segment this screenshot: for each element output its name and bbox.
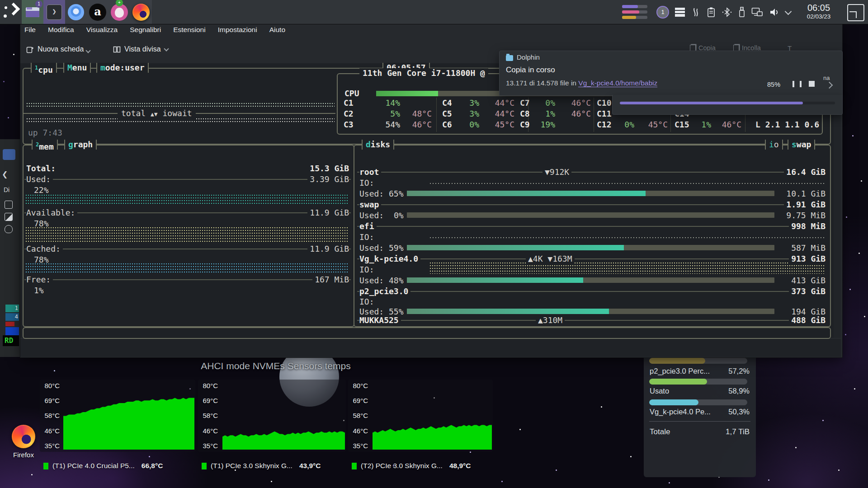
popup-destination-link[interactable]: Vg_k-pcie4.0/home/babiz <box>578 79 657 87</box>
cpu-graph-divider-label[interactable]: total ▲▼ iowait <box>118 108 196 119</box>
menu-visualizza[interactable]: Visualizza <box>86 26 118 34</box>
bg-block-teal: 1 <box>5 305 19 312</box>
background-window-sliver: ❮ Di 1 4 <box>0 139 20 357</box>
ytick: 58°C <box>199 412 218 419</box>
clipboard-icon[interactable] <box>707 7 716 18</box>
split-view-button[interactable]: Vista divisa <box>113 45 168 53</box>
mem-available-value: 11.9 GiB <box>271 208 349 218</box>
btop-cpu-tab[interactable]: 1cpu <box>31 63 57 73</box>
taskbar-mkvtoolnix[interactable]: + <box>108 0 130 24</box>
tray-bar-track <box>622 5 647 8</box>
tray-bar-track <box>622 10 647 14</box>
taskbar-dolphin[interactable]: 1 <box>22 0 43 24</box>
btop-mode-button[interactable]: mode:user <box>96 63 149 73</box>
panel-clock[interactable]: 06:05 02/03/23 <box>797 2 840 20</box>
io-hotkey: i <box>769 140 774 149</box>
legend-value: 43,9°C <box>299 462 321 470</box>
firefox-desktop-shortcut[interactable]: Firefox <box>5 425 42 462</box>
top-panel: 1 ❯ a + <box>0 0 868 24</box>
widget-label: Usato <box>650 387 669 395</box>
ytick: 46°C <box>199 427 218 435</box>
ytick: 35°C <box>41 442 60 450</box>
disk-used-label: Used: 59% <box>359 243 404 253</box>
btop-io-tab[interactable]: io <box>765 140 783 150</box>
secondary-progress-fill <box>620 102 803 104</box>
btop-disks-tab[interactable]: disks <box>362 140 394 150</box>
core-id: C1 <box>344 98 354 108</box>
disk-io-rate: ▼912K <box>542 167 571 177</box>
notification-popup-secondary[interactable] <box>612 95 843 115</box>
mem-available-pct: 78% <box>34 219 49 229</box>
taskbar-a-app[interactable]: a <box>87 0 108 24</box>
popup-next-chevron[interactable] <box>826 82 833 89</box>
bg-window-text: Di <box>4 186 9 193</box>
ytick: 69°C <box>41 397 60 404</box>
pause-button[interactable] <box>793 81 802 87</box>
display-connect-icon[interactable] <box>751 7 763 18</box>
new-tab-button[interactable]: Nuova scheda <box>26 45 90 53</box>
widget-total-label: Totale <box>650 427 670 436</box>
widget-bar-p2 <box>649 358 705 364</box>
btop-menu-button[interactable]: Menu <box>63 63 91 73</box>
widget-value: 50,3% <box>728 408 750 416</box>
tray-expand-chevron-icon[interactable] <box>785 8 792 15</box>
volume-icon[interactable] <box>769 7 780 18</box>
new-tab-dropdown-chevron <box>86 48 91 53</box>
disk-size: 373 GiB <box>746 286 826 296</box>
widget-bar-track <box>649 379 747 385</box>
app-launcher-icon[interactable] <box>3 4 21 21</box>
mem-cached-label: Cached: <box>26 244 63 254</box>
usb-device-icon[interactable] <box>738 6 745 18</box>
core-temp: 46°C <box>710 120 741 130</box>
menu-impostazioni[interactable]: Impostazioni <box>218 26 257 34</box>
ytick: 80°C <box>349 382 368 389</box>
widget-row-usato: Usato 58,9% <box>650 387 750 395</box>
mem-available-label: Available: <box>26 208 77 218</box>
graph-hotkey: g <box>68 140 73 149</box>
core-pct: 19% <box>524 120 555 130</box>
tray-monitor-bars-widget[interactable] <box>622 5 648 19</box>
a-app-icon: a <box>89 4 106 21</box>
ytick: 80°C <box>41 382 60 389</box>
menu-segnalibri[interactable]: Segnalibri <box>130 26 161 34</box>
btop-swap-tab[interactable]: swap <box>788 140 815 150</box>
disk-io-label: IO: <box>359 297 374 307</box>
flame-icon[interactable] <box>691 7 701 17</box>
disk-used-label: Used: 65% <box>359 189 404 199</box>
popup-app-name: Dolphin <box>517 53 540 61</box>
disk-size: 16.4 GiB <box>746 167 826 177</box>
menu-file[interactable]: File <box>24 26 36 34</box>
bluetooth-icon[interactable] <box>722 7 732 18</box>
core-pct: 14% <box>368 98 400 108</box>
taskbar-konsole[interactable]: ❯ <box>43 0 65 24</box>
tray-bar-yellow <box>622 16 636 19</box>
disk-used-size: 10.1 GiB <box>746 189 826 199</box>
core-temp: 45°C <box>636 120 668 130</box>
stop-button[interactable] <box>809 81 815 87</box>
back-chevron-icon[interactable]: ❮ <box>2 170 8 178</box>
bg-icon <box>5 213 13 221</box>
popup-body: 13.171 di 14.578 file in Vg_k-pcie4.0/ho… <box>506 79 657 87</box>
mem-available-graph <box>25 227 348 242</box>
show-desktop-button[interactable] <box>847 4 864 21</box>
widget-bar-vgk <box>649 399 698 405</box>
btop-net-box <box>23 327 831 339</box>
firewall-icon[interactable] <box>675 8 685 17</box>
menu-aiuto[interactable]: Aiuto <box>269 26 285 34</box>
disk-name: swap <box>359 200 381 210</box>
btop-graph-tab[interactable]: graph <box>64 140 97 150</box>
widget-row-p2: p2_pcie3.0 Perc... 57,2% <box>650 367 750 375</box>
disk-usage-widget[interactable]: p2_pcie3.0 Perc... 57,2% Usato 58,9% Vg_… <box>644 356 756 477</box>
taskbar-firefox[interactable] <box>130 0 152 24</box>
menu-estensioni[interactable]: Estensioni <box>173 26 206 34</box>
split-view-dropdown-chevron <box>164 46 169 51</box>
notification-badge-icon[interactable]: 1 <box>656 6 669 19</box>
disk-used-size: 9.75 MiB <box>746 211 826 221</box>
btop-mem-tab[interactable]: 2mem <box>32 140 58 150</box>
bg-icon <box>5 201 13 209</box>
menu-modifica[interactable]: Modifica <box>48 26 74 34</box>
taskbar-chromium[interactable] <box>65 0 87 24</box>
disk-name: MUKKA525 <box>359 315 401 325</box>
core-col-divider <box>436 98 437 132</box>
sensor-graph-crucial <box>63 383 194 450</box>
